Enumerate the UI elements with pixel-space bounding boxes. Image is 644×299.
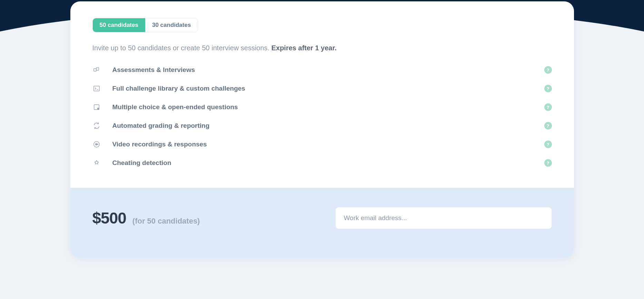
help-icon[interactable]: ? [544,122,552,130]
feature-list: Assessments & Interviews ? Full challeng… [92,66,552,167]
feature-label: Video recordings & responses [112,141,533,148]
terminal-icon [92,84,101,93]
price-block: $500 (for 50 candidates) [92,209,200,227]
candidate-tab-group: 50 candidates 30 candidates [92,18,198,32]
feature-row: Assessments & Interviews ? [92,66,552,74]
help-icon[interactable]: ? [544,103,552,111]
help-icon[interactable]: ? [544,66,552,74]
feature-label: Assessments & Interviews [112,66,533,74]
feature-row: Video recordings & responses ? [92,140,552,148]
detection-icon [92,159,101,167]
feature-label: Automated grading & reporting [112,122,533,130]
card-footer: $500 (for 50 candidates) [70,188,574,258]
price-amount: $500 [92,209,126,227]
tab-50-candidates[interactable]: 50 candidates [93,18,145,32]
tab-30-candidates[interactable]: 30 candidates [145,18,198,32]
svg-rect-7 [95,143,97,145]
help-icon[interactable]: ? [544,141,552,148]
feature-row: ? Multiple choice & open-ended questions… [92,103,552,111]
svg-rect-1 [96,68,99,70]
questions-icon: ? [92,103,101,111]
feature-row: Cheating detection ? [92,159,552,167]
svg-rect-0 [93,69,96,71]
help-icon[interactable]: ? [544,159,552,167]
email-field[interactable] [335,207,552,229]
refresh-icon [92,122,101,130]
feature-label: Full challenge library & custom challeng… [112,85,533,92]
feature-label: Cheating detection [112,159,533,167]
video-icon [92,140,101,148]
plan-description-text: Invite up to 50 candidates or create 50 … [92,44,271,52]
plan-description-expiry: Expires after 1 year. [271,44,337,52]
assessments-icon [92,66,101,74]
feature-label: Multiple choice & open-ended questions [112,103,533,111]
feature-row: Full challenge library & custom challeng… [92,84,552,93]
feature-row: Automated grading & reporting ? [92,122,552,130]
help-icon[interactable]: ? [544,85,552,92]
svg-rect-2 [93,86,99,91]
price-note: (for 50 candidates) [132,217,200,226]
pricing-card: 50 candidates 30 candidates Invite up to… [70,1,574,258]
card-body: 50 candidates 30 candidates Invite up to… [70,1,574,188]
plan-description: Invite up to 50 candidates or create 50 … [92,44,552,52]
